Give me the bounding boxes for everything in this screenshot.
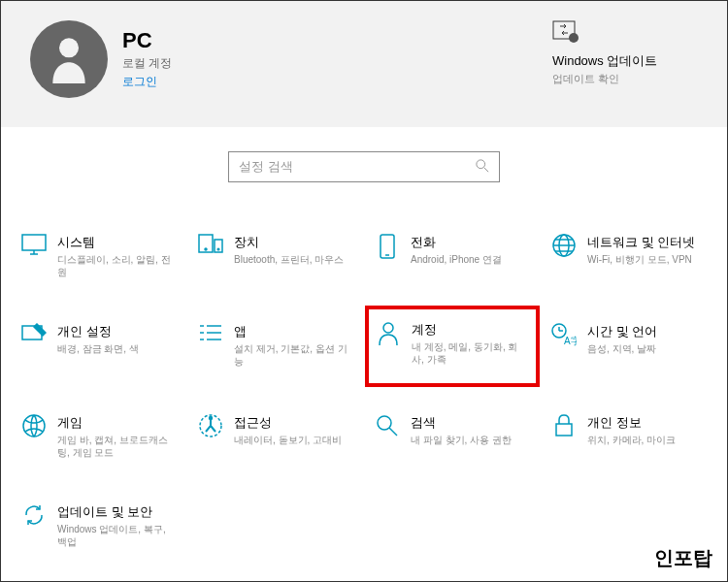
tile-desc: Android, iPhone 연결	[411, 253, 502, 266]
tile-privacy[interactable]: 개인 정보 위치, 카메라, 마이크	[546, 406, 712, 467]
tile-desc: 음성, 지역, 날짜	[587, 342, 657, 355]
display-icon	[20, 234, 48, 261]
tile-desc: 디스플레이, 소리, 알림, 전원	[57, 253, 178, 278]
globe-icon	[550, 234, 578, 261]
phone-icon	[374, 234, 401, 261]
sync-icon	[20, 503, 48, 531]
tile-desc: 내레이터, 돋보기, 고대비	[234, 434, 342, 446]
svg-point-2	[569, 33, 579, 43]
tile-title: 접근성	[234, 414, 342, 432]
svg-line-35	[389, 428, 397, 436]
apps-icon	[197, 323, 224, 350]
person-icon	[50, 35, 88, 83]
svg-point-33	[210, 417, 213, 420]
tile-desc: 내 계정, 메일, 동기화, 회사, 가족	[412, 340, 530, 366]
svg-point-34	[378, 416, 391, 430]
update-title: Windows 업데이트	[552, 52, 678, 70]
tile-title: 시스템	[57, 234, 178, 251]
update-icon	[552, 20, 678, 48]
tile-title: 개인 설정	[57, 323, 139, 340]
search-row: 설정 검색	[1, 127, 727, 207]
header: PC 로컬 계정 로그인 Windows 업데이트 업데이트 확인	[1, 1, 727, 127]
tile-apps[interactable]: 앱 설치 제거, 기본값, 옵션 기능	[192, 315, 359, 377]
devices-icon	[197, 234, 224, 261]
tile-desc: Wi-Fi, 비행기 모드, VPN	[587, 253, 695, 266]
tile-personalization[interactable]: 개인 설정 배경, 잠금 화면, 색	[16, 315, 182, 377]
tile-desc: 설치 제거, 기본값, 옵션 기능	[234, 342, 354, 368]
tile-time-language[interactable]: A字 시간 및 언어 음성, 지역, 날짜	[546, 315, 712, 377]
tile-title: 장치	[234, 234, 344, 251]
tile-desc: Windows 업데이트, 복구, 백업	[57, 523, 178, 548]
svg-point-31	[23, 415, 45, 436]
user-title: PC	[122, 28, 172, 53]
user-block: PC 로컬 계정 로그인	[30, 20, 172, 98]
svg-point-26	[383, 323, 393, 333]
lock-icon	[550, 414, 578, 441]
gaming-icon	[20, 414, 48, 441]
tile-title: 게임	[57, 414, 178, 432]
time-language-icon: A字	[550, 323, 578, 350]
tile-accounts[interactable]: 계정 내 계정, 메일, 동기화, 회사, 가족	[365, 306, 540, 387]
tile-title: 업데이트 및 보안	[57, 503, 178, 521]
tile-title: 앱	[234, 323, 354, 340]
tile-title: 전화	[411, 234, 502, 251]
search-icon	[476, 159, 489, 176]
search-placeholder: 설정 검색	[239, 158, 293, 176]
person-icon	[375, 321, 402, 348]
personalization-icon	[20, 323, 48, 350]
search-input[interactable]: 설정 검색	[228, 151, 500, 182]
signin-link[interactable]: 로그인	[122, 74, 172, 90]
settings-grid: 시스템 디스플레이, 소리, 알림, 전원 장치 Bluetooth, 프린터,…	[1, 207, 727, 566]
svg-line-4	[484, 167, 488, 171]
tile-devices[interactable]: 장치 Bluetooth, 프린터, 마우스	[192, 226, 359, 286]
watermark: 인포탑	[654, 545, 712, 571]
tile-phone[interactable]: 전화 Android, iPhone 연결	[369, 226, 536, 286]
svg-point-10	[205, 248, 207, 250]
tile-desc: Bluetooth, 프린터, 마우스	[234, 253, 344, 266]
svg-point-3	[477, 159, 485, 168]
svg-point-0	[59, 38, 79, 57]
tile-desc: 내 파일 찾기, 사용 권한	[411, 434, 512, 446]
tile-title: 네트워크 및 인터넷	[587, 234, 695, 251]
search-icon	[374, 414, 401, 441]
svg-rect-36	[556, 424, 572, 436]
user-info: PC 로컬 계정 로그인	[122, 28, 172, 90]
tile-title: 개인 정보	[587, 414, 676, 432]
tile-search[interactable]: 검색 내 파일 찾기, 사용 권한	[369, 406, 536, 467]
tile-system[interactable]: 시스템 디스플레이, 소리, 알림, 전원	[16, 226, 182, 286]
user-account-type: 로컬 계정	[122, 55, 172, 72]
tile-desc: 배경, 잠금 화면, 색	[57, 342, 139, 355]
update-sub: 업데이트 확인	[552, 72, 678, 86]
tile-gaming[interactable]: 게임 게임 바, 캡쳐, 브로드캐스팅, 게임 모드	[16, 406, 182, 467]
svg-point-11	[217, 248, 219, 250]
tile-network[interactable]: 네트워크 및 인터넷 Wi-Fi, 비행기 모드, VPN	[546, 226, 712, 286]
avatar	[30, 20, 108, 98]
tile-desc: 위치, 카메라, 마이크	[587, 434, 676, 446]
tile-update-security[interactable]: 업데이트 및 보안 Windows 업데이트, 복구, 백업	[16, 496, 182, 556]
tile-title: 시간 및 언어	[587, 323, 657, 340]
tile-title: 계정	[412, 321, 530, 339]
svg-rect-5	[22, 235, 46, 250]
tile-desc: 게임 바, 캡쳐, 브로드캐스팅, 게임 모드	[57, 434, 178, 459]
tile-title: 검색	[411, 414, 512, 432]
tile-ease-of-access[interactable]: 접근성 내레이터, 돋보기, 고대비	[192, 406, 359, 467]
svg-text:A字: A字	[564, 336, 577, 346]
windows-update-block[interactable]: Windows 업데이트 업데이트 확인	[552, 20, 678, 86]
accessibility-icon	[197, 414, 224, 441]
